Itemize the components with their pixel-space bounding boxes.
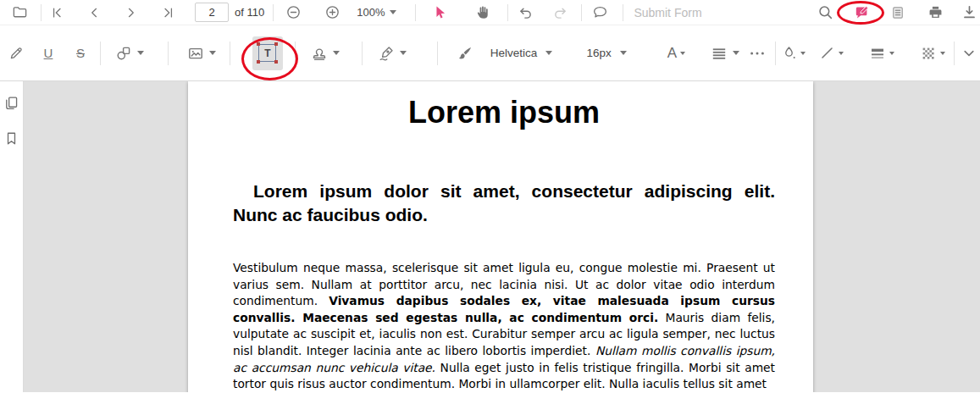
zoom-level-dropdown[interactable]: 100% bbox=[357, 6, 396, 19]
download-button[interactable] bbox=[958, 2, 980, 24]
divider bbox=[41, 4, 42, 21]
pointer-icon bbox=[431, 4, 447, 20]
font-size-label: 16px bbox=[586, 47, 611, 59]
divider bbox=[775, 42, 776, 65]
image-icon bbox=[187, 45, 204, 62]
handle-dot bbox=[274, 42, 278, 46]
redo-icon bbox=[552, 5, 568, 20]
last-page-button[interactable] bbox=[156, 2, 181, 24]
bookmarks-icon bbox=[3, 130, 19, 147]
prev-page-button[interactable] bbox=[81, 2, 107, 24]
zoom-out-button[interactable] bbox=[280, 2, 306, 24]
shapes-dropdown[interactable] bbox=[115, 45, 144, 62]
notes-panel-icon bbox=[890, 5, 905, 20]
prev-page-icon bbox=[86, 5, 102, 20]
first-page-button[interactable] bbox=[44, 2, 69, 24]
handle-dot bbox=[274, 60, 278, 64]
document-viewer[interactable]: Lorem ipsum Lorem ipsum dolor sit amet, … bbox=[24, 81, 980, 392]
more-options-button[interactable] bbox=[746, 39, 768, 68]
chevron-down-icon bbox=[400, 51, 407, 55]
chevron-down-icon bbox=[680, 52, 685, 55]
collapse-icon bbox=[961, 45, 977, 62]
zoom-in-button[interactable] bbox=[319, 2, 345, 24]
notes-panel-button[interactable] bbox=[885, 2, 911, 24]
search-button[interactable] bbox=[812, 2, 838, 24]
chevron-down-icon bbox=[733, 51, 739, 55]
opacity-dropdown[interactable] bbox=[920, 45, 945, 62]
underline-button[interactable]: U bbox=[37, 39, 59, 68]
chevron-down-icon bbox=[620, 51, 627, 55]
brush-tool-button[interactable] bbox=[453, 39, 477, 68]
first-page-icon bbox=[49, 5, 64, 20]
font-family-label: Helvetica bbox=[490, 47, 538, 59]
pdf-page: Lorem ipsum Lorem ipsum dolor sit amet, … bbox=[188, 81, 813, 392]
strikethrough-button[interactable]: S bbox=[69, 39, 91, 68]
edit-annotations-button[interactable] bbox=[850, 2, 875, 24]
more-options-icon bbox=[749, 45, 766, 62]
fill-color-dropdown[interactable] bbox=[781, 45, 806, 61]
pan-icon bbox=[475, 4, 491, 20]
font-family-dropdown[interactable]: Helvetica bbox=[490, 47, 553, 59]
signature-icon bbox=[378, 45, 395, 62]
last-page-icon bbox=[161, 5, 176, 20]
chevron-down-icon bbox=[889, 52, 894, 55]
freehand-pen-button[interactable] bbox=[5, 39, 27, 68]
stamp-dropdown[interactable] bbox=[311, 45, 340, 62]
stamp-icon bbox=[311, 45, 328, 62]
divider bbox=[415, 4, 416, 21]
submit-form-button[interactable]: Submit Form bbox=[634, 6, 701, 19]
divider bbox=[437, 42, 438, 65]
chevron-down-icon bbox=[390, 10, 396, 14]
left-sidebar bbox=[0, 81, 24, 392]
search-icon bbox=[817, 4, 833, 20]
page-thumbnails-button[interactable] bbox=[2, 91, 22, 113]
body-paragraph: Vestibulum neque massa, scelerisque sit … bbox=[233, 260, 775, 392]
chevron-down-icon bbox=[137, 51, 144, 55]
chevron-down-icon bbox=[209, 51, 216, 55]
font-size-dropdown[interactable]: 16px bbox=[586, 47, 626, 59]
chevron-down-icon bbox=[800, 52, 806, 55]
page-number-input[interactable] bbox=[195, 3, 229, 22]
bookmarks-button[interactable] bbox=[2, 127, 22, 149]
image-dropdown[interactable] bbox=[187, 45, 216, 62]
line-thickness-dropdown[interactable] bbox=[869, 45, 894, 62]
edit-annotation-icon bbox=[854, 4, 871, 21]
font-color-dropdown[interactable]: A bbox=[667, 45, 685, 62]
line-style-dropdown[interactable] bbox=[819, 45, 844, 61]
pointer-tool-button[interactable] bbox=[426, 2, 451, 24]
print-button[interactable] bbox=[922, 2, 948, 24]
document-title: Lorem ipsum bbox=[233, 95, 775, 130]
divider bbox=[168, 42, 169, 65]
brush-icon bbox=[457, 45, 473, 62]
divider bbox=[273, 4, 274, 21]
align-icon bbox=[711, 45, 728, 62]
text-tool-icon: T bbox=[258, 44, 276, 62]
next-page-button[interactable] bbox=[119, 2, 144, 24]
handle-dot bbox=[257, 60, 260, 64]
collapse-toolbar-button[interactable] bbox=[958, 39, 980, 68]
comment-tool-button[interactable] bbox=[587, 2, 612, 24]
chevron-down-icon bbox=[545, 51, 552, 55]
redo-button[interactable] bbox=[547, 2, 573, 24]
fill-color-icon bbox=[781, 45, 797, 61]
zoom-in-icon bbox=[324, 4, 341, 20]
chevron-down-icon bbox=[839, 52, 844, 55]
document-subtitle: Lorem ipsum dolor sit amet, consectetur … bbox=[233, 180, 775, 227]
chevron-down-icon bbox=[333, 51, 340, 55]
signature-dropdown[interactable] bbox=[378, 45, 407, 62]
line-thickness-icon bbox=[869, 45, 886, 62]
divider bbox=[100, 42, 101, 65]
print-icon bbox=[927, 4, 944, 20]
zoom-out-icon bbox=[285, 4, 302, 20]
undo-button[interactable] bbox=[513, 2, 539, 24]
pan-tool-button[interactable] bbox=[470, 2, 496, 24]
undo-icon bbox=[518, 5, 534, 20]
divider bbox=[362, 42, 363, 65]
align-dropdown[interactable] bbox=[711, 45, 739, 62]
underline-icon: U bbox=[44, 47, 53, 59]
pdf-viewer-app: of 110 100% Submit Form bbox=[0, 0, 980, 393]
opacity-icon bbox=[920, 45, 937, 62]
text-tool-button[interactable]: T bbox=[252, 36, 283, 70]
toggle-panel-button[interactable] bbox=[7, 2, 32, 24]
zoom-level-label: 100% bbox=[357, 6, 385, 19]
